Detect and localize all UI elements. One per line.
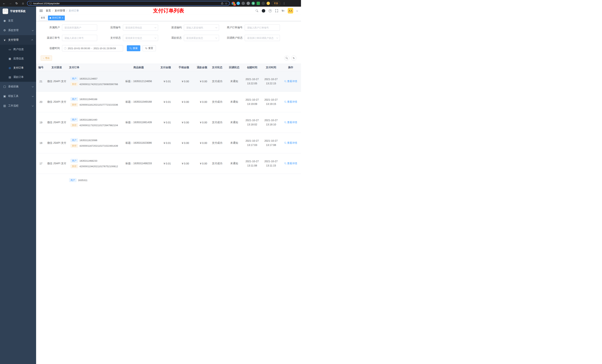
refresh-icon: ↻ xyxy=(145,47,147,50)
bookmark-star-icon[interactable]: ☆ xyxy=(225,2,227,5)
chevron-down-icon[interactable] xyxy=(296,10,298,11)
tab-pay-order[interactable]: 支付订单 × xyxy=(48,16,65,20)
table-row: 19 微信 JSAPI 支付 商户 1635311881440 支付 xyxy=(36,112,301,133)
filter-create-time: 创建时间 2021-10-01 00:00:00 - 2021-10-31 23… xyxy=(41,45,123,52)
sidebar-item-system[interactable]: ⚙ 系统管理 xyxy=(0,26,36,35)
view-detail-link[interactable]: 查看详情 xyxy=(284,141,297,145)
channel-order-no-input[interactable] xyxy=(62,35,97,41)
share-icon[interactable] xyxy=(221,2,224,5)
active-dot xyxy=(50,17,51,19)
sidebar-item-infrastructure[interactable]: ▢ 基础设施 xyxy=(0,82,36,91)
extension-icon[interactable] xyxy=(242,2,245,5)
extension-icon[interactable]: 10 xyxy=(232,2,235,5)
fullscreen-icon[interactable] xyxy=(275,9,278,12)
notify-status-select[interactable] xyxy=(245,35,280,41)
refund-amount: ¥ 0.00 xyxy=(200,142,207,145)
chrome-update-button[interactable]: 更新 xyxy=(272,1,280,6)
col-title: 商品标题 xyxy=(123,64,154,71)
infra-icon: ▢ xyxy=(3,85,6,88)
workflow-icon: ▥ xyxy=(3,104,6,107)
extensions-area: 10 V xyxy=(232,2,270,5)
github-icon[interactable] xyxy=(262,9,265,13)
target-icon: ◎ xyxy=(8,66,11,69)
merchant-order-no: 1635311468233 xyxy=(79,159,97,162)
channel-order-no: 4200001194202110276752100612 xyxy=(79,165,118,168)
product-title: 标题：1635311823086 xyxy=(126,141,152,144)
channel-code-select[interactable] xyxy=(184,24,219,31)
toggle-search-button[interactable] xyxy=(284,55,289,61)
extension-icon[interactable] xyxy=(257,2,260,5)
channel-order-no: 4200001167202110271022491439 xyxy=(79,145,118,147)
browser-menu-icon[interactable]: ⋮ xyxy=(282,2,286,5)
refresh-button[interactable]: ↻ xyxy=(291,55,296,61)
reload-icon[interactable]: ↻ xyxy=(14,1,19,6)
extension-icon[interactable] xyxy=(247,2,250,5)
profile-avatar-icon[interactable] xyxy=(267,2,270,5)
chevron-down-icon xyxy=(32,105,34,106)
col-channel: 支付渠道 xyxy=(46,64,68,71)
pay-status: 支付成功 xyxy=(212,162,222,165)
search-icon xyxy=(284,162,287,165)
search-icon[interactable] xyxy=(256,10,258,12)
home-icon[interactable]: ⌂ xyxy=(21,1,25,6)
clock-icon xyxy=(64,47,66,50)
date-range-picker[interactable]: 2021-10-01 00:00:00 - 2021-10-31 23:59:5… xyxy=(62,45,123,52)
pay-channel: 微信 JSAPI 支付 xyxy=(47,80,66,83)
pay-status: 支付成功 xyxy=(212,121,222,124)
app-id-select[interactable] xyxy=(123,24,158,31)
col-pay-time: 支付时间 xyxy=(262,64,280,71)
user-avatar[interactable] xyxy=(288,8,293,13)
search-button[interactable]: 搜索 xyxy=(127,45,140,51)
merchant-order-no-input[interactable] xyxy=(245,24,280,31)
view-detail-link[interactable]: 查看详情 xyxy=(284,162,297,165)
table-row: 18 微信 JSAPI 支付 商户 1635311823086 支付 xyxy=(36,133,301,153)
breadcrumb-current: 支付订单 xyxy=(69,9,79,12)
merchant-input[interactable] xyxy=(62,24,97,31)
hamburger-icon[interactable] xyxy=(39,10,43,12)
font-size-icon[interactable]: TT xyxy=(281,9,284,12)
pay-amount: ¥ 0.01 xyxy=(164,121,171,124)
pay-amount: ¥ 0.01 xyxy=(164,100,171,104)
sidebar-item-home[interactable]: ◉ 首页 xyxy=(0,16,36,26)
pay-status-select[interactable] xyxy=(123,35,158,41)
breadcrumb-pay-mgmt[interactable]: 支付管理 xyxy=(55,9,65,12)
refund-amount: ¥ 0.00 xyxy=(200,100,207,104)
help-icon[interactable]: ? xyxy=(269,9,272,12)
breadcrumb-home[interactable]: 首页 xyxy=(46,9,51,12)
chevron-down-icon xyxy=(32,29,34,31)
url-text: localhost:1024/pay/order xyxy=(33,2,219,5)
view-detail-link[interactable]: 查看详情 xyxy=(284,100,297,104)
sidebar-item-dev-tools[interactable]: ▣ 研发工具 xyxy=(0,91,36,101)
sidebar-item-refund-order[interactable]: ▤ 退款订单 xyxy=(0,73,36,82)
view-detail-link[interactable]: 查看详情 xyxy=(284,80,297,83)
filter-channel-order-no: 渠道订单号 xyxy=(41,35,97,41)
back-icon[interactable]: ← xyxy=(2,1,6,6)
sidebar-item-workflow[interactable]: ▥ 工作流程 xyxy=(0,101,36,111)
extension-icon[interactable] xyxy=(236,2,240,5)
merchant-order-no: 1635311881440 xyxy=(79,118,97,121)
reset-button[interactable]: ↻ 重置 xyxy=(142,45,156,51)
filter-app-id: 应用编号 xyxy=(102,24,158,31)
chevron-down-icon xyxy=(32,85,34,87)
merchant-order-no: 1635311949168 xyxy=(79,98,97,101)
address-bar[interactable]: i localhost:1024/pay/order ☆ xyxy=(27,1,230,6)
extension-icon[interactable] xyxy=(262,2,265,5)
site-info-icon[interactable]: i xyxy=(29,2,32,5)
extension-icon[interactable]: V xyxy=(252,2,255,5)
pay-channel: 微信 JSAPI 支付 xyxy=(47,121,66,124)
refund-status-select[interactable] xyxy=(184,35,219,41)
filter-merchant-order-no: 商户订单编号 xyxy=(224,24,280,31)
merchant-order-no: 1635312124657 xyxy=(79,77,97,80)
page-content: 所属商户 应用编号 渠道编码 商户订单编号 渠道订单号 xyxy=(36,21,301,182)
sidebar-item-payment[interactable]: ¥ 支付管理 xyxy=(0,35,36,45)
table-row: 17 微信 JSAPI 支付 商户 1635311468233 支付 xyxy=(36,153,301,174)
export-button[interactable]: ↓ 导出 xyxy=(41,55,52,61)
order-id: 20 xyxy=(39,100,43,104)
tab-home[interactable]: 首页 xyxy=(39,16,47,20)
forward-icon[interactable]: → xyxy=(8,1,13,6)
view-detail-link[interactable]: 查看详情 xyxy=(284,121,297,124)
sidebar-item-merchant-info[interactable]: ▭ 商户信息 xyxy=(0,45,36,54)
sidebar-item-pay-order[interactable]: ◎ 支付订单 xyxy=(0,63,36,73)
close-icon[interactable]: × xyxy=(62,17,63,19)
sidebar-item-app-info[interactable]: ▦ 应用信息 xyxy=(0,54,36,63)
